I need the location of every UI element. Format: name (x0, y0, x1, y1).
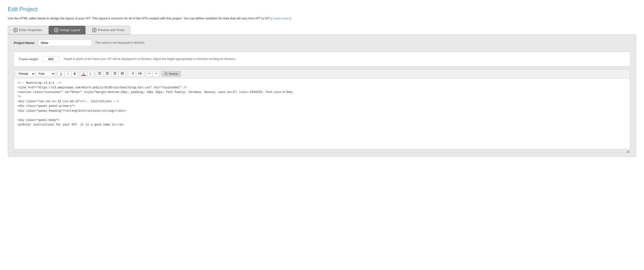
toolbar-sep-1 (56, 71, 57, 76)
font-select[interactable]: Font (36, 71, 55, 77)
svg-rect-9 (121, 72, 124, 73)
svg-rect-0 (98, 72, 101, 73)
align-justify-button[interactable] (119, 71, 126, 77)
toolbar-sep-6 (160, 71, 161, 76)
tabs-row: 1 Enter Properties 2 Design Layout 3 Pre… (8, 26, 636, 35)
redo-button[interactable]: ↷ (153, 71, 159, 77)
svg-point-16 (138, 72, 139, 73)
editor-area-container: <!-- Bootstrap v3.0.3 --> <link href="ht… (14, 78, 630, 153)
svg-rect-6 (113, 72, 116, 73)
svg-rect-10 (121, 73, 124, 74)
svg-rect-3 (106, 72, 109, 73)
tab-num-2: 2 (54, 28, 58, 32)
italic-button[interactable]: I (65, 71, 71, 77)
code-editor[interactable]: <!-- Bootstrap v3.0.3 --> <link href="ht… (14, 78, 630, 149)
svg-rect-4 (106, 73, 108, 74)
svg-rect-14 (132, 73, 134, 74)
description-text: Use the HTML editor below to design the … (8, 17, 272, 20)
project-name-hint: This name is not displayed to Workers. (95, 41, 145, 45)
learn-more-link[interactable]: Learn more (273, 17, 289, 20)
svg-rect-20 (140, 73, 142, 74)
tab-label-design-layout: Design Layout (60, 28, 80, 32)
frame-height-hint: Height in pixels of the frame your HIT w… (64, 57, 236, 61)
remove-format-button[interactable]: Ix (87, 71, 94, 77)
align-right-button[interactable] (111, 71, 118, 77)
tab-design-layout[interactable]: 2 Design Layout (48, 26, 86, 35)
svg-rect-15 (132, 74, 134, 75)
editor-wrapper: Format Font U I B A Ix (14, 69, 630, 153)
editor-resize-handle[interactable]: ◢ (14, 149, 630, 152)
tab-enter-properties[interactable]: 1 Enter Properties (8, 26, 48, 35)
project-name-label: Project Name: (14, 41, 35, 45)
source-icon: ☷ (165, 72, 168, 76)
toolbar-sep-2 (79, 71, 79, 76)
project-name-input[interactable] (38, 40, 92, 46)
underline-button[interactable]: U (58, 71, 64, 77)
svg-rect-5 (106, 74, 109, 75)
align-center-button[interactable] (104, 71, 111, 77)
align-left-button[interactable] (96, 71, 103, 77)
frame-height-label: Frame Height (19, 57, 38, 61)
page-container: Edit Project Use the HTML editor below t… (0, 0, 644, 270)
toolbar-sep-5 (145, 71, 145, 76)
frame-height-section: Frame Height Height in pixels of the fra… (14, 52, 630, 66)
svg-point-17 (138, 73, 139, 74)
svg-rect-19 (140, 72, 142, 73)
svg-rect-11 (121, 74, 124, 75)
svg-rect-8 (113, 74, 116, 75)
editor-toolbar: Format Font U I B A Ix (14, 70, 630, 78)
tab-preview-finish[interactable]: 3 Preview and Finish (86, 26, 130, 35)
frame-height-input[interactable] (42, 56, 60, 62)
undo-button[interactable]: ↶ (146, 71, 152, 77)
svg-point-18 (138, 74, 139, 75)
page-description: Use the HTML editor below to design the … (8, 16, 636, 21)
main-card: Project Name: This name is not displayed… (8, 35, 636, 157)
toolbar-sep-3 (95, 71, 95, 76)
font-color-button[interactable]: A (80, 71, 87, 77)
source-button[interactable]: ☷ Source (162, 71, 181, 77)
tab-label-preview-finish: Preview and Finish (98, 28, 125, 32)
svg-rect-1 (98, 73, 100, 74)
page-title: Edit Project (8, 6, 636, 13)
source-label: Source (169, 72, 178, 76)
svg-rect-13 (132, 72, 134, 73)
tab-num-1: 1 (13, 28, 18, 32)
format-select[interactable]: Format (16, 71, 36, 77)
svg-rect-21 (140, 74, 142, 74)
svg-rect-7 (114, 73, 116, 74)
toolbar-sep-4 (127, 71, 127, 76)
bold-button[interactable]: B (72, 71, 78, 77)
resize-icon: ◢ (626, 149, 629, 153)
project-name-row: Project Name: This name is not displayed… (14, 40, 630, 46)
svg-text:1.: 1. (130, 72, 132, 75)
ordered-list-button[interactable]: 1. (128, 71, 136, 77)
description-end: ). (290, 17, 292, 20)
tab-num-3: 3 (92, 28, 96, 32)
tab-label-enter-properties: Enter Properties (19, 28, 42, 32)
svg-rect-2 (98, 74, 101, 75)
unordered-list-button[interactable] (136, 71, 144, 77)
